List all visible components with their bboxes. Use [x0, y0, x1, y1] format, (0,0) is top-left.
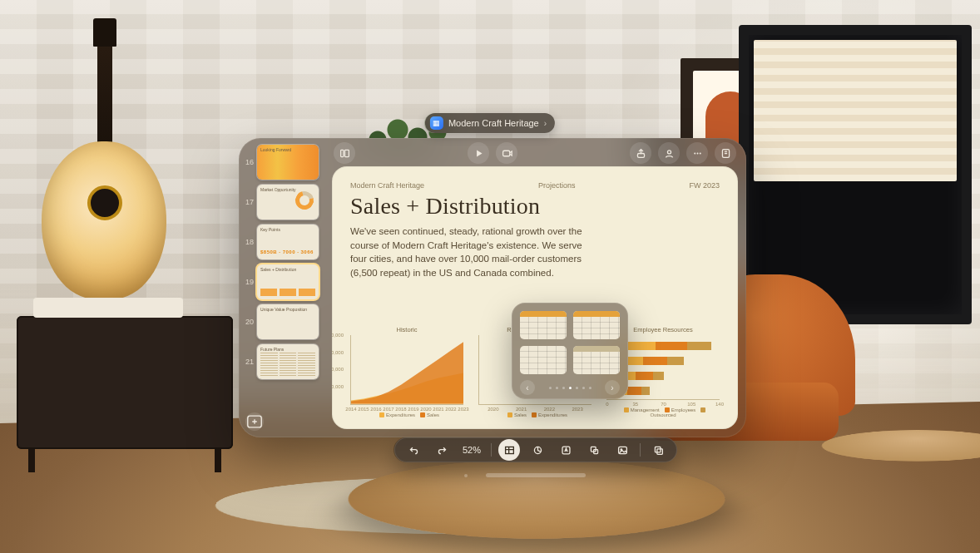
- keynote-window: 16 Looking Forward 17 Market Opportunity…: [239, 138, 746, 437]
- slide-thumbnail-20[interactable]: 20 Unique Value Proposition: [242, 304, 320, 339]
- chart-title: Historic: [350, 326, 463, 333]
- table-style-option[interactable]: [520, 346, 567, 374]
- undo-button[interactable]: [403, 439, 424, 461]
- svg-rect-10: [505, 447, 513, 453]
- thumb-title: Key Points: [260, 227, 280, 232]
- svg-rect-1: [340, 150, 343, 156]
- slide-number: 20: [242, 318, 254, 326]
- thumb-title: Market Opportunity: [260, 187, 296, 192]
- front-back-button[interactable]: [647, 439, 669, 461]
- slide-thumbnail-21[interactable]: 21 Future Plans: [242, 344, 320, 379]
- popover-page-dots: [549, 387, 591, 389]
- slide-number: 21: [242, 358, 254, 366]
- format-inspector-button[interactable]: [715, 142, 736, 164]
- more-button[interactable]: [686, 142, 708, 164]
- slide-navigator[interactable]: 16 Looking Forward 17 Market Opportunity…: [239, 138, 325, 437]
- svg-point-7: [696, 152, 698, 154]
- table-styles-popover[interactable]: ‹ ›: [512, 303, 628, 399]
- redo-button[interactable]: [431, 439, 453, 461]
- table-style-option[interactable]: [520, 311, 567, 339]
- insert-chart-button[interactable]: [527, 439, 548, 461]
- slide-thumbnail-18[interactable]: 18 Key Points$850B · 7000 · 3066: [242, 225, 320, 259]
- slide-header-center: Projections: [424, 181, 689, 190]
- chart-legend: ManagementEmployeesOutsourced: [606, 407, 720, 417]
- slide-number: 19: [242, 278, 254, 286]
- insert-shape-button[interactable]: [583, 439, 605, 461]
- room-guitar: [25, 25, 191, 299]
- svg-rect-17: [655, 447, 661, 452]
- slide-body[interactable]: We've seen continued, steady, rational g…: [350, 225, 591, 280]
- slide-header-right: FW 2023: [689, 181, 720, 190]
- slide-thumbnail-17[interactable]: 17 Market Opportunity: [242, 185, 320, 220]
- window-title-pill[interactable]: ▦ Modern Craft Heritage ›: [425, 113, 555, 133]
- app-icon: ▦: [430, 116, 443, 130]
- view-options-button[interactable]: [334, 142, 355, 164]
- slide-title[interactable]: Sales + Distribution: [350, 193, 720, 220]
- slide-number: 16: [242, 158, 254, 166]
- popover-prev-button[interactable]: ‹: [520, 380, 535, 395]
- table-style-option[interactable]: [573, 346, 620, 374]
- svg-point-5: [667, 150, 671, 153]
- svg-rect-2: [344, 150, 349, 156]
- insert-text-button[interactable]: [555, 439, 577, 461]
- chart-historic[interactable]: Historic $200,000$400,000$600,000$800,00…: [350, 326, 463, 417]
- thumb-title: Sales + Distribution: [260, 267, 296, 272]
- document-title: Modern Craft Heritage: [448, 118, 539, 128]
- chart-legend: SalesExpenditures: [478, 412, 591, 417]
- room-credenza: [17, 316, 233, 449]
- thumb-title: Looking Forward: [260, 147, 291, 152]
- top-toolbar: [332, 145, 738, 166]
- slide-number: 17: [242, 198, 254, 206]
- svg-point-8: [699, 152, 700, 154]
- slide-number: 18: [242, 238, 254, 246]
- format-bar: 52%: [394, 437, 677, 462]
- thumb-title: Future Plans: [260, 347, 284, 352]
- popover-next-button[interactable]: ›: [605, 380, 620, 395]
- keynote-live-button[interactable]: [496, 142, 517, 164]
- chart-legend: ExpendituresSales: [350, 412, 463, 417]
- insert-table-button[interactable]: [498, 439, 520, 461]
- chevron-right-icon: ›: [544, 119, 547, 128]
- slide-thumbnail-19[interactable]: 19 Sales + Distribution: [242, 264, 320, 299]
- thumb-title: Unique Value Proposition: [260, 307, 307, 312]
- play-button[interactable]: [468, 142, 489, 164]
- add-slide-button[interactable]: [245, 412, 264, 431]
- table-style-option[interactable]: [573, 311, 620, 339]
- collaborate-button[interactable]: [658, 142, 680, 164]
- insert-image-button[interactable]: [611, 439, 633, 461]
- slide-thumbnail-16[interactable]: 16 Looking Forward: [242, 145, 320, 180]
- svg-point-6: [694, 152, 695, 154]
- svg-rect-18: [656, 448, 662, 454]
- svg-rect-3: [502, 151, 509, 156]
- slide-header-left: Modern Craft Heritage: [350, 181, 424, 190]
- window-drag-handle[interactable]: [486, 473, 586, 477]
- zoom-level[interactable]: 52%: [459, 445, 484, 455]
- share-button[interactable]: [630, 142, 651, 164]
- thumb-subtitle: $850B · 7000 · 3066: [260, 249, 314, 254]
